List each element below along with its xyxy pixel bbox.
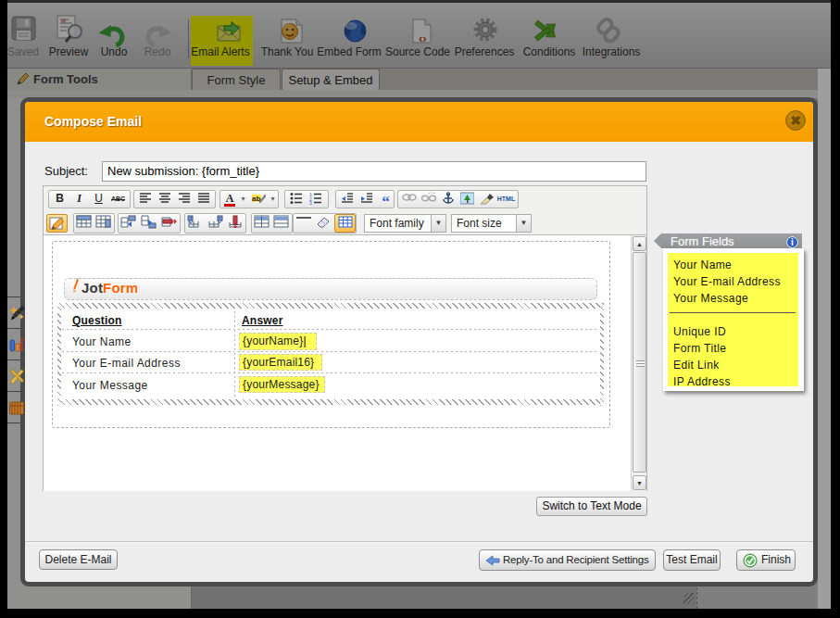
svg-text:3: 3 xyxy=(309,200,312,205)
